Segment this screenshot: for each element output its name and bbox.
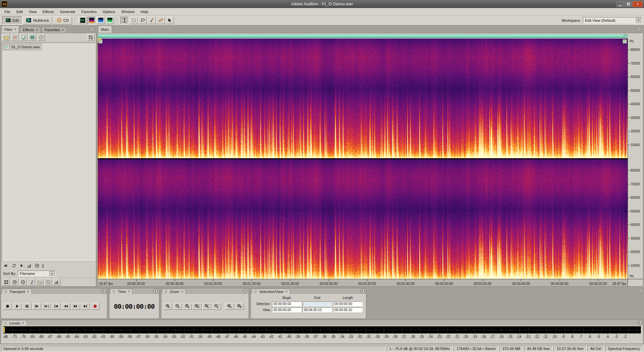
transport-play-button[interactable] bbox=[13, 303, 22, 310]
close-icon[interactable]: × bbox=[27, 290, 29, 293]
view-end-field[interactable] bbox=[303, 307, 332, 312]
multitrack-view-button[interactable]: Multitrack bbox=[23, 16, 52, 24]
file-list[interactable]: 01_O Ganso.wav bbox=[2, 43, 95, 261]
zoom-grip-left-icon[interactable] bbox=[98, 39, 103, 44]
zoom-in-vertical-button[interactable] bbox=[202, 303, 211, 310]
sort-by-select[interactable]: Filename ▾ bbox=[18, 271, 55, 277]
cd-view-button[interactable]: CD bbox=[53, 16, 72, 24]
selection-end-field[interactable] bbox=[303, 301, 332, 306]
panel-menu-button[interactable]: ▸ bbox=[153, 289, 158, 293]
files-note-toggle[interactable] bbox=[28, 279, 35, 286]
edit-file-button[interactable] bbox=[20, 34, 28, 41]
waveform-view-button[interactable] bbox=[78, 17, 87, 24]
menu-edit[interactable]: Edit bbox=[13, 9, 26, 15]
close-icon[interactable]: × bbox=[36, 28, 38, 32]
menu-options[interactable]: Options bbox=[100, 9, 118, 15]
time-display[interactable]: 00:00:00:00 bbox=[111, 302, 157, 310]
close-icon[interactable]: × bbox=[14, 27, 16, 31]
chevron-down-icon[interactable]: ▾ bbox=[49, 271, 55, 276]
time-selection-tool-button[interactable] bbox=[120, 17, 129, 24]
transport-play-from-cursor-button[interactable] bbox=[32, 303, 41, 310]
preview-loop-button[interactable] bbox=[10, 262, 17, 269]
panel-menu-button[interactable]: ▸ bbox=[638, 288, 643, 293]
transport-tab[interactable]: Transport × bbox=[2, 289, 32, 294]
zoom-full-button[interactable] bbox=[183, 303, 192, 310]
level-meter[interactable] bbox=[3, 326, 641, 334]
effects-paintbrush-tool-button[interactable] bbox=[148, 17, 156, 24]
menu-help[interactable]: Help bbox=[138, 9, 151, 15]
zoom-in-right-button[interactable] bbox=[235, 303, 244, 310]
files-folder-toggle[interactable] bbox=[36, 279, 44, 286]
menu-generate[interactable]: Generate bbox=[57, 9, 78, 15]
insert-into-multitrack-button[interactable] bbox=[29, 34, 36, 41]
file-item[interactable]: 01_O Ganso.wav bbox=[3, 44, 42, 50]
tab-effects[interactable]: Effects× bbox=[20, 26, 41, 33]
transport-play-looped-button[interactable] bbox=[42, 303, 51, 310]
advanced-options-button[interactable] bbox=[87, 34, 95, 41]
insert-into-cd-button[interactable] bbox=[37, 34, 45, 41]
menu-favorites[interactable]: Favorites bbox=[78, 9, 100, 15]
loop-duration-clock-button[interactable] bbox=[34, 262, 41, 269]
menu-effects[interactable]: Effects bbox=[40, 9, 57, 15]
transport-record-button[interactable] bbox=[91, 303, 100, 310]
transport-go-to-beginning-button[interactable] bbox=[52, 303, 61, 310]
close-icon[interactable]: × bbox=[62, 28, 64, 32]
close-icon[interactable]: × bbox=[181, 290, 183, 293]
transport-stop-button[interactable] bbox=[3, 303, 12, 310]
close-icon[interactable]: × bbox=[128, 290, 130, 293]
transport-pause-button[interactable] bbox=[22, 303, 32, 310]
panel-menu-button[interactable]: ▸ bbox=[637, 320, 642, 325]
zoom-in-horizontal-button[interactable] bbox=[163, 303, 172, 310]
spectrogram-canvas[interactable] bbox=[98, 39, 628, 279]
panel-menu-button[interactable]: ▸ bbox=[243, 289, 248, 293]
files-disc-toggle[interactable] bbox=[44, 279, 52, 286]
zoom-to-selection-button[interactable] bbox=[193, 303, 202, 310]
tab-main[interactable]: Main bbox=[98, 25, 112, 33]
transport-go-to-end-button[interactable] bbox=[81, 303, 90, 310]
tab-files[interactable]: Files× bbox=[1, 25, 19, 33]
tab-favorites[interactable]: Favorites× bbox=[42, 26, 67, 33]
view-begin-field[interactable] bbox=[272, 307, 302, 312]
marquee-selection-tool-button[interactable] bbox=[129, 17, 138, 24]
close-file-button[interactable] bbox=[11, 34, 19, 41]
preview-play-button[interactable] bbox=[18, 262, 25, 269]
close-button[interactable]: × bbox=[633, 1, 643, 7]
lasso-selection-tool-button[interactable] bbox=[139, 17, 147, 24]
spectral-phase-view-button[interactable] bbox=[106, 17, 114, 24]
selection-begin-field[interactable] bbox=[272, 301, 302, 306]
close-icon[interactable]: × bbox=[285, 290, 287, 293]
selection-view-tab[interactable]: Selection/View × bbox=[252, 289, 290, 294]
transport-rewind-button[interactable] bbox=[61, 303, 70, 310]
edit-view-button[interactable]: Edit bbox=[2, 16, 22, 24]
timeline-ruler[interactable]: 29.97 fps 29.97 fps 00:00:20:0000:00:40:… bbox=[98, 279, 628, 286]
zoom-out-horizontal-button[interactable] bbox=[173, 303, 182, 310]
zoom-grip-right-icon[interactable] bbox=[623, 39, 627, 44]
menu-file[interactable]: File bbox=[1, 9, 13, 15]
close-icon[interactable]: × bbox=[22, 321, 24, 325]
workspace-select[interactable]: Edit View (Default) ▾ bbox=[583, 17, 642, 23]
zoom-out-vertical-button[interactable] bbox=[212, 303, 221, 310]
menu-view[interactable]: View bbox=[26, 9, 40, 15]
transport-fast-forward-button[interactable] bbox=[71, 303, 80, 310]
selection-length-field[interactable] bbox=[333, 301, 363, 306]
import-file-button[interactable] bbox=[2, 34, 10, 41]
preview-meter-button[interactable] bbox=[26, 262, 33, 269]
spectral-display[interactable] bbox=[98, 39, 628, 279]
scrub-tool-button[interactable] bbox=[166, 17, 174, 24]
zoom-in-left-button[interactable] bbox=[225, 303, 234, 310]
files-clock-toggle[interactable] bbox=[11, 279, 18, 286]
time-tab[interactable]: Time × bbox=[110, 289, 132, 294]
menu-window[interactable]: Window bbox=[118, 9, 138, 15]
maximize-button[interactable] bbox=[625, 1, 632, 7]
spectral-pan-view-button[interactable] bbox=[97, 17, 105, 24]
view-length-field[interactable] bbox=[333, 307, 363, 312]
files-grid-toggle[interactable] bbox=[2, 279, 10, 286]
preview-speaker-button[interactable] bbox=[3, 262, 10, 269]
minimize-button[interactable] bbox=[616, 1, 624, 7]
panel-menu-button[interactable]: ▸ bbox=[360, 289, 365, 293]
horizontal-range-bar[interactable] bbox=[98, 34, 628, 38]
panel-menu-button[interactable]: ▸ bbox=[90, 27, 94, 32]
levels-tab[interactable]: Levels × bbox=[2, 320, 27, 326]
chevron-down-icon[interactable]: ▾ bbox=[636, 18, 641, 23]
frequency-ruler[interactable]: Hz80000700006000050000400003000020000100… bbox=[628, 39, 643, 279]
